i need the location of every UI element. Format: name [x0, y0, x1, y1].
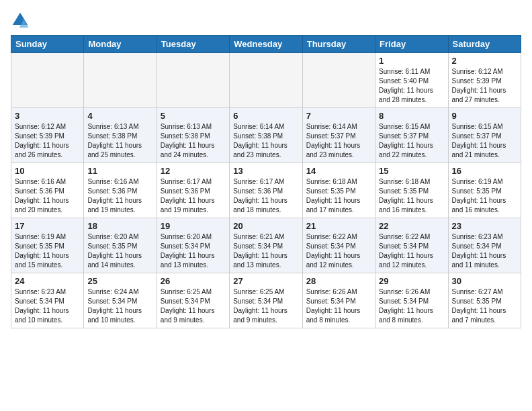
day-info: Sunrise: 6:11 AM Sunset: 5:40 PM Dayligh… [379, 67, 444, 105]
day-info: Sunrise: 6:12 AM Sunset: 5:39 PM Dayligh… [452, 67, 517, 105]
calendar-cell: 27Sunrise: 6:25 AM Sunset: 5:34 PM Dayli… [230, 273, 302, 328]
calendar-cell: 2Sunrise: 6:12 AM Sunset: 5:39 PM Daylig… [448, 53, 521, 108]
day-number: 21 [306, 221, 371, 231]
day-number: 10 [15, 166, 80, 176]
day-info: Sunrise: 6:19 AM Sunset: 5:35 PM Dayligh… [452, 177, 517, 215]
calendar-cell [84, 53, 157, 108]
day-number: 18 [87, 221, 152, 231]
calendar-cell: 20Sunrise: 6:21 AM Sunset: 5:34 PM Dayli… [230, 218, 302, 273]
day-number: 6 [233, 111, 298, 121]
calendar-cell: 10Sunrise: 6:16 AM Sunset: 5:36 PM Dayli… [11, 163, 84, 218]
day-info: Sunrise: 6:16 AM Sunset: 5:36 PM Dayligh… [87, 177, 152, 215]
calendar-cell: 29Sunrise: 6:26 AM Sunset: 5:34 PM Dayli… [375, 273, 448, 328]
day-info: Sunrise: 6:25 AM Sunset: 5:34 PM Dayligh… [233, 287, 298, 325]
calendar-header-row: SundayMondayTuesdayWednesdayThursdayFrid… [11, 36, 521, 53]
day-number: 26 [161, 276, 226, 286]
calendar-week-row: 17Sunrise: 6:19 AM Sunset: 5:35 PM Dayli… [11, 218, 521, 273]
day-info: Sunrise: 6:23 AM Sunset: 5:34 PM Dayligh… [452, 232, 517, 270]
day-number: 22 [379, 221, 444, 231]
day-number: 9 [452, 111, 517, 121]
calendar-cell: 22Sunrise: 6:22 AM Sunset: 5:34 PM Dayli… [375, 218, 448, 273]
day-info: Sunrise: 6:13 AM Sunset: 5:38 PM Dayligh… [161, 122, 226, 160]
col-header-thursday: Thursday [302, 36, 375, 53]
calendar-cell: 14Sunrise: 6:18 AM Sunset: 5:35 PM Dayli… [302, 163, 375, 218]
calendar-cell: 6Sunrise: 6:14 AM Sunset: 5:38 PM Daylig… [230, 108, 302, 163]
calendar-cell: 7Sunrise: 6:14 AM Sunset: 5:37 PM Daylig… [302, 108, 375, 163]
day-number: 28 [306, 276, 371, 286]
day-info: Sunrise: 6:17 AM Sunset: 5:36 PM Dayligh… [161, 177, 226, 215]
col-header-wednesday: Wednesday [230, 36, 302, 53]
col-header-saturday: Saturday [448, 36, 521, 53]
day-number: 12 [161, 166, 226, 176]
day-info: Sunrise: 6:15 AM Sunset: 5:37 PM Dayligh… [452, 122, 517, 160]
calendar-cell: 24Sunrise: 6:23 AM Sunset: 5:34 PM Dayli… [11, 273, 84, 328]
day-info: Sunrise: 6:25 AM Sunset: 5:34 PM Dayligh… [161, 287, 226, 325]
calendar-cell [157, 53, 229, 108]
calendar-cell: 5Sunrise: 6:13 AM Sunset: 5:38 PM Daylig… [157, 108, 229, 163]
calendar-cell: 30Sunrise: 6:27 AM Sunset: 5:35 PM Dayli… [448, 273, 521, 328]
col-header-monday: Monday [84, 36, 157, 53]
calendar-cell: 28Sunrise: 6:26 AM Sunset: 5:34 PM Dayli… [302, 273, 375, 328]
calendar-week-row: 10Sunrise: 6:16 AM Sunset: 5:36 PM Dayli… [11, 163, 521, 218]
calendar-week-row: 24Sunrise: 6:23 AM Sunset: 5:34 PM Dayli… [11, 273, 521, 328]
calendar-cell: 16Sunrise: 6:19 AM Sunset: 5:35 PM Dayli… [448, 163, 521, 218]
calendar-cell: 25Sunrise: 6:24 AM Sunset: 5:34 PM Dayli… [84, 273, 157, 328]
day-number: 27 [233, 276, 298, 286]
calendar-cell: 21Sunrise: 6:22 AM Sunset: 5:34 PM Dayli… [302, 218, 375, 273]
calendar-cell: 12Sunrise: 6:17 AM Sunset: 5:36 PM Dayli… [157, 163, 229, 218]
day-info: Sunrise: 6:15 AM Sunset: 5:37 PM Dayligh… [379, 122, 444, 160]
day-number: 23 [452, 221, 517, 231]
day-number: 30 [452, 276, 517, 286]
calendar-week-row: 3Sunrise: 6:12 AM Sunset: 5:39 PM Daylig… [11, 108, 521, 163]
calendar-cell: 4Sunrise: 6:13 AM Sunset: 5:38 PM Daylig… [84, 108, 157, 163]
calendar-cell: 26Sunrise: 6:25 AM Sunset: 5:34 PM Dayli… [157, 273, 229, 328]
day-number: 2 [452, 56, 517, 66]
calendar-cell: 18Sunrise: 6:20 AM Sunset: 5:35 PM Dayli… [84, 218, 157, 273]
day-info: Sunrise: 6:22 AM Sunset: 5:34 PM Dayligh… [306, 232, 371, 270]
calendar-cell: 23Sunrise: 6:23 AM Sunset: 5:34 PM Dayli… [448, 218, 521, 273]
day-number: 8 [379, 111, 444, 121]
day-number: 24 [15, 276, 80, 286]
day-info: Sunrise: 6:23 AM Sunset: 5:34 PM Dayligh… [15, 287, 80, 325]
day-number: 25 [87, 276, 152, 286]
day-info: Sunrise: 6:18 AM Sunset: 5:35 PM Dayligh… [379, 177, 444, 215]
day-info: Sunrise: 6:21 AM Sunset: 5:34 PM Dayligh… [233, 232, 298, 270]
day-number: 7 [306, 111, 371, 121]
calendar-cell [11, 53, 84, 108]
day-info: Sunrise: 6:24 AM Sunset: 5:34 PM Dayligh… [87, 287, 152, 325]
day-info: Sunrise: 6:13 AM Sunset: 5:38 PM Dayligh… [87, 122, 152, 160]
calendar-cell: 17Sunrise: 6:19 AM Sunset: 5:35 PM Dayli… [11, 218, 84, 273]
calendar-week-row: 1Sunrise: 6:11 AM Sunset: 5:40 PM Daylig… [11, 53, 521, 108]
calendar-cell: 15Sunrise: 6:18 AM Sunset: 5:35 PM Dayli… [375, 163, 448, 218]
logo-icon [11, 11, 30, 30]
page-header [11, 11, 521, 30]
calendar-cell: 13Sunrise: 6:17 AM Sunset: 5:36 PM Dayli… [230, 163, 302, 218]
day-number: 14 [306, 166, 371, 176]
day-info: Sunrise: 6:17 AM Sunset: 5:36 PM Dayligh… [233, 177, 298, 215]
day-number: 1 [379, 56, 444, 66]
day-number: 3 [15, 111, 80, 121]
calendar-cell: 1Sunrise: 6:11 AM Sunset: 5:40 PM Daylig… [375, 53, 448, 108]
day-number: 13 [233, 166, 298, 176]
day-number: 4 [87, 111, 152, 121]
calendar-cell: 11Sunrise: 6:16 AM Sunset: 5:36 PM Dayli… [84, 163, 157, 218]
day-number: 29 [379, 276, 444, 286]
calendar-cell: 8Sunrise: 6:15 AM Sunset: 5:37 PM Daylig… [375, 108, 448, 163]
day-info: Sunrise: 6:18 AM Sunset: 5:35 PM Dayligh… [306, 177, 371, 215]
day-info: Sunrise: 6:14 AM Sunset: 5:38 PM Dayligh… [233, 122, 298, 160]
day-info: Sunrise: 6:20 AM Sunset: 5:34 PM Dayligh… [161, 232, 226, 270]
calendar-cell: 19Sunrise: 6:20 AM Sunset: 5:34 PM Dayli… [157, 218, 229, 273]
day-info: Sunrise: 6:22 AM Sunset: 5:34 PM Dayligh… [379, 232, 444, 270]
calendar: SundayMondayTuesdayWednesdayThursdayFrid… [11, 35, 521, 328]
day-number: 5 [161, 111, 226, 121]
day-number: 11 [87, 166, 152, 176]
calendar-cell [230, 53, 302, 108]
day-number: 19 [161, 221, 226, 231]
day-number: 16 [452, 166, 517, 176]
day-info: Sunrise: 6:12 AM Sunset: 5:39 PM Dayligh… [15, 122, 80, 160]
day-info: Sunrise: 6:26 AM Sunset: 5:34 PM Dayligh… [306, 287, 371, 325]
day-info: Sunrise: 6:27 AM Sunset: 5:35 PM Dayligh… [452, 287, 517, 325]
day-number: 15 [379, 166, 444, 176]
day-info: Sunrise: 6:19 AM Sunset: 5:35 PM Dayligh… [15, 232, 80, 270]
day-number: 20 [233, 221, 298, 231]
